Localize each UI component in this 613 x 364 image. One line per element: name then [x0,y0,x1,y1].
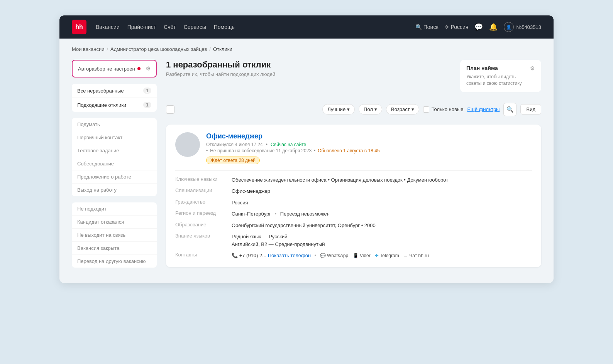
stage-contact[interactable]: Первичный контакт [72,131,157,144]
autosorting-label: Авторазбор не настроен [78,66,141,72]
plan-desc: Укажите, чтобы видеть советы и свою стат… [466,74,527,87]
plan-title: План найма [466,65,527,71]
breadcrumb-current: Отклики [213,46,232,52]
main-layout: Авторазбор не настроен ⚙ Все неразобранн… [72,60,541,268]
stage-think[interactable]: Подумать [72,118,157,131]
lang-label: Знание языков [175,233,225,248]
edu-value: Оренбургский государственный университет… [232,222,376,229]
notifications-icon[interactable]: 🔔 [489,23,498,31]
chat-contact[interactable]: 🗨 Чат hh.ru [403,252,429,259]
candidate-card: Офис-менеджер Откликнулся 4 июля 17:24 •… [166,125,541,267]
page-subtitle: Разберите их, чтобы найти подходящих люд… [166,71,275,77]
filter-list: Все неразобранные 1 Подходящие отклики 1 [72,84,157,112]
select-all-checkbox[interactable] [166,105,174,114]
card-meta-row1: Откликнулся 4 июля 17:24 • Сейчас на сай… [206,142,380,147]
rejection-not-fit[interactable]: Не подходит [72,202,157,216]
candidate-name[interactable]: Офис-менеджер [206,132,262,140]
plan-box: План найма Укажите, чтобы видеть советы … [460,60,541,92]
header-right: 🔍 Поиск ✈ Россия 💬 🔔 👤 №5403513 [415,22,541,32]
header-user[interactable]: 👤 №5403513 [504,22,541,32]
autosorting-box[interactable]: Авторазбор не настроен ⚙ [72,60,157,78]
only-new-filter: Только новые [423,106,464,113]
content: Мои вакансии / Администратор цеха шокола… [59,39,554,283]
candidate-avatar [175,132,200,157]
region-label: Регион и переезд [175,210,225,218]
card-header: Офис-менеджер Откликнулся 4 июля 17:24 •… [175,132,532,164]
logo: hh [72,20,86,34]
card-meta-row2: • Не пришла на собеседование 11 декабря … [206,148,380,153]
stage-offer[interactable]: Предложение о работе [72,170,157,184]
nav-help[interactable]: Помощь [214,24,235,30]
chevron-down-icon: ▾ [347,106,350,112]
header-region[interactable]: ✈ Россия [445,24,469,30]
stage-start[interactable]: Выход на работу [72,184,157,196]
rejection-candidate-refused[interactable]: Кандидат отказался [72,216,157,229]
updated-badge: Обновлено 1 августа в 18:45 [318,148,379,153]
telegram-icon: ✈ [375,252,379,259]
stage-test[interactable]: Тестовое задание [72,144,157,157]
autosorting-gear-icon[interactable]: ⚙ [146,65,151,72]
messages-icon[interactable]: 💬 [474,23,483,31]
gender-filter-button[interactable]: Пол ▾ [359,104,382,115]
edu-row: Образование Оренбургский государственный… [175,222,532,229]
online-status: Сейчас на сайте [271,142,306,147]
spec-value: Офис-менеджер [232,187,270,195]
contacts-row: Контакты 📞 +7 (910) 2... Показать телефо… [175,252,532,260]
rejection-transfer[interactable]: Перевод на другую вакансию [72,255,157,268]
breadcrumb-vacancies[interactable]: Мои вакансии [72,46,104,52]
spec-row: Специализации Офис-менеджер [175,187,532,195]
age-filter-button[interactable]: Возраст ▾ [386,104,419,115]
rejection-no-contact[interactable]: Не выходит на связь [72,229,157,242]
citizenship-row: Гражданство Россия [175,199,532,207]
sort-best-button[interactable]: Лучшие ▾ [322,104,355,115]
main-content: 1 неразобранный отклик Разберите их, что… [166,60,541,267]
location-icon: ✈ [445,24,449,30]
lang-row: Знание языков Родной язык — Русский Англ… [175,233,532,248]
viber-contact[interactable]: 📱 Viber [353,252,371,259]
nav-account[interactable]: Счёт [164,24,176,30]
breadcrumb-vacancy[interactable]: Администратор цеха шоколадных зайцев [110,46,207,52]
sidebar: Авторазбор не настроен ⚙ Все неразобранн… [72,60,157,268]
telegram-contact[interactable]: ✈ Telegram [375,252,399,259]
citizenship-label: Гражданство [175,199,225,207]
filter-suitable[interactable]: Подходящие отклики 1 [72,98,157,112]
lang-value: Родной язык — Русский Английский, B2 — С… [232,233,325,248]
whatsapp-icon: 💬 [320,252,326,259]
region-value: Санкт-Петербург • Переезд невозможен [232,210,330,218]
more-filters-link[interactable]: Ещё фильтры [467,106,500,112]
view-button[interactable]: Вид [520,104,541,115]
skills-row: Ключевые навыки Обеспечение жизнедеятель… [175,176,532,184]
contacts-label: Контакты [175,252,225,260]
stage-interview[interactable]: Собеседование [72,157,157,170]
stage-list: Подумать Первичный контакт Тестовое зада… [72,118,157,196]
nav-vacancies[interactable]: Вакансии [96,24,120,30]
spec-label: Специализации [175,187,225,195]
edu-label: Образование [175,222,225,229]
user-avatar: 👤 [504,22,514,32]
autosorting-dot [137,67,141,70]
skills-value: Обеспечение жизнедеятельности офиса • Ор… [232,176,448,184]
skills-label: Ключевые навыки [175,176,225,184]
search-button[interactable]: 🔍 [503,103,516,116]
contacts-value: 📞 +7 (910) 2... Показать телефон • 💬 Wha… [232,252,432,260]
header-search[interactable]: 🔍 Поиск [415,24,439,30]
chevron-down-icon: ▾ [374,106,377,112]
card-info: Офис-менеджер Откликнулся 4 июля 17:24 •… [206,132,380,164]
plan-gear-icon[interactable]: ⚙ [530,65,535,71]
only-new-checkbox[interactable] [423,106,429,113]
show-phone-link[interactable]: Показать телефон [268,253,311,258]
whatsapp-contact[interactable]: 💬 WhatsApp [320,252,348,259]
filter-all-unprocessed[interactable]: Все неразобранные 1 [72,84,157,98]
filter-suitable-count: 1 [143,102,151,108]
main-title-block: 1 неразобранный отклик Разберите их, что… [166,60,275,77]
nav-services[interactable]: Сервисы [184,24,206,30]
chevron-down-icon: ▾ [411,106,414,112]
nav-pricelist[interactable]: Прайс-лист [127,24,156,30]
rejection-list: Не подходит Кандидат отказался Не выходи… [72,202,157,268]
search-icon: 🔍 [415,24,422,30]
filter-all-count: 1 [143,88,151,94]
toolbar: Лучшие ▾ Пол ▾ Возраст ▾ Только новые [166,100,541,119]
rejection-vacancy-closed[interactable]: Вакансия закрыта [72,242,157,255]
chat-icon: 🗨 [403,252,408,259]
main-header: 1 неразобранный отклик Разберите их, что… [166,60,541,92]
